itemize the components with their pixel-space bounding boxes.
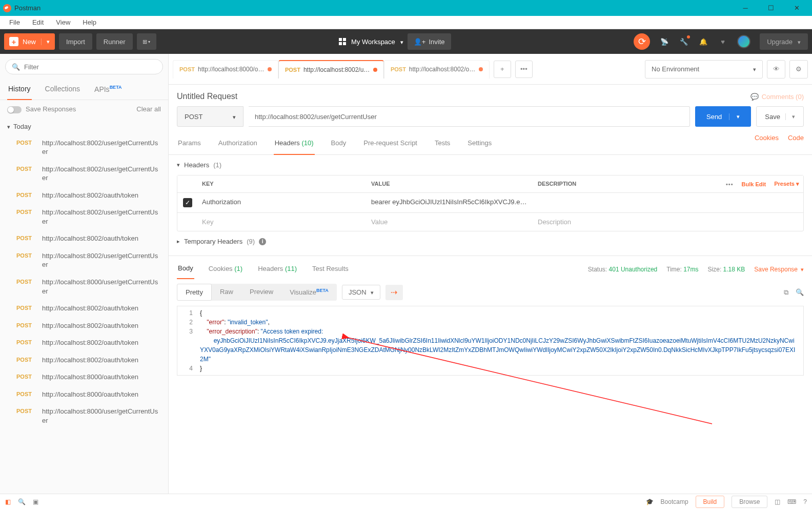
history-item[interactable]: POSThttp://localhost:8000/oauth/token — [0, 368, 168, 386]
environment-selector[interactable]: No Environment — [645, 60, 763, 79]
runner-button[interactable]: Runner — [96, 33, 133, 50]
more-icon[interactable]: ••• — [726, 181, 734, 187]
upgrade-button[interactable]: Upgrade — [760, 33, 808, 50]
invite-button[interactable]: 👤+ Invite — [408, 33, 451, 50]
history-item[interactable]: POSThttp://localhost:8002/oauth/token — [0, 300, 168, 317]
view-raw[interactable]: Raw — [212, 284, 241, 301]
history-group[interactable]: Today — [0, 119, 168, 134]
code-link[interactable]: Code — [788, 134, 804, 154]
request-tab[interactable]: POSThttp://localhost:8002/us... — [278, 60, 384, 79]
capture-icon[interactable]: 📡 — [659, 36, 669, 47]
menu-edit[interactable]: Edit — [27, 16, 49, 28]
filter-input-wrapper[interactable]: 🔍 — [5, 59, 163, 74]
menu-view[interactable]: View — [51, 16, 75, 28]
new-window-button[interactable]: ⊞▾ — [137, 33, 156, 50]
menu-help[interactable]: Help — [77, 16, 102, 28]
subtab-authorization[interactable]: Authorization — [217, 134, 258, 154]
bootcamp-label[interactable]: Bootcamp — [661, 498, 688, 505]
toggle-icon[interactable] — [7, 106, 22, 113]
history-item[interactable]: POSThttp://localhost:8002/oauth/token — [0, 230, 168, 247]
subtab-body[interactable]: Body — [330, 134, 348, 154]
save-button[interactable]: Save — [756, 106, 804, 127]
info-icon[interactable]: i — [259, 238, 266, 245]
sync-icon[interactable]: ⟳ — [634, 33, 650, 50]
format-selector[interactable]: JSON — [342, 285, 380, 300]
resp-tab-tests[interactable]: Test Results — [311, 261, 350, 279]
bootcamp-icon[interactable]: 🎓 — [646, 498, 654, 505]
history-item[interactable]: POSThttp://localhost:8002/user/getCurren… — [0, 134, 168, 161]
method-selector[interactable]: POST — [177, 106, 243, 127]
subtab-params[interactable]: Params — [177, 134, 202, 154]
history-item[interactable]: POSThttp://localhost:8002/user/getCurren… — [0, 247, 168, 273]
send-dropdown-icon[interactable] — [729, 113, 740, 120]
headers-section-toggle[interactable]: Headers (1) — [177, 155, 804, 175]
bulk-edit-link[interactable]: Bulk Edit — [742, 181, 766, 187]
clear-all-link[interactable]: Clear all — [136, 105, 161, 113]
subtab-prerequest[interactable]: Pre-request Script — [362, 134, 418, 154]
cookies-link[interactable]: Cookies — [755, 134, 779, 154]
history-item[interactable]: POSThttp://localhost:8002/oauth/token — [0, 317, 168, 335]
history-item[interactable]: POSThttp://localhost:8002/user/getCurren… — [0, 161, 168, 187]
header-row-empty[interactable]: Key Value Description — [177, 213, 803, 231]
history-item[interactable]: POSThttp://localhost:8000/oauth/token — [0, 386, 168, 403]
keyboard-icon[interactable]: ⌨ — [787, 498, 796, 505]
tab-options-button[interactable]: ••• — [515, 61, 533, 78]
sidebar-toggle-icon[interactable]: ◧ — [5, 498, 11, 505]
temp-headers-toggle[interactable]: Temporary Headers (9) i — [177, 231, 804, 251]
tab-apis[interactable]: APIsBETA — [93, 80, 123, 100]
history-item[interactable]: POSThttp://localhost:8000/user/getCurren… — [0, 273, 168, 300]
subtab-tests[interactable]: Tests — [434, 134, 451, 154]
history-item[interactable]: POSThttp://localhost:8002/user/getCurren… — [0, 204, 168, 230]
resp-tab-cookies[interactable]: Cookies (1) — [208, 261, 243, 279]
new-tab-button[interactable]: + — [494, 61, 511, 78]
close-button[interactable]: ✕ — [793, 4, 801, 12]
header-row[interactable]: ✓ Authorization bearer eyJhbGciOiJIUzI1N… — [177, 193, 803, 213]
environment-quicklook-button[interactable]: 👁 — [767, 60, 785, 79]
help-icon[interactable]: ? — [803, 498, 807, 505]
view-visualize[interactable]: VisualizeBETA — [281, 284, 337, 301]
history-item[interactable]: POSThttp://localhost:8002/oauth/token — [0, 334, 168, 351]
maximize-button[interactable]: ☐ — [767, 4, 775, 12]
avatar[interactable] — [737, 35, 750, 48]
tab-history[interactable]: History — [7, 80, 32, 100]
build-button[interactable]: Build — [696, 496, 725, 508]
response-body[interactable]: 1{ 2 "error": "invalid_token", 3 "error_… — [177, 306, 804, 376]
filter-input[interactable] — [24, 63, 156, 71]
settings-button[interactable]: ⚙ — [789, 60, 808, 79]
tab-collections[interactable]: Collections — [44, 80, 81, 100]
view-pretty[interactable]: Pretty — [177, 284, 212, 301]
request-tab[interactable]: POSThttp://localhost:8000/oa... — [173, 60, 278, 79]
minimize-button[interactable]: ─ — [741, 4, 749, 12]
history-item[interactable]: POSThttp://localhost:8002/oauth/token — [0, 351, 168, 369]
copy-icon[interactable]: ⧉ — [784, 288, 788, 297]
menu-file[interactable]: File — [4, 16, 25, 28]
checkbox-checked-icon[interactable]: ✓ — [183, 198, 192, 207]
workspace-selector[interactable]: My Workspace — [339, 38, 403, 46]
bell-icon[interactable]: 🔔 — [698, 36, 708, 47]
wrap-lines-button[interactable]: ⇢ — [385, 285, 403, 300]
heart-icon[interactable]: ♥ — [718, 36, 728, 47]
url-input[interactable]: http://localhost:8002/user/getCurrentUse… — [249, 106, 690, 127]
header-key[interactable]: Authorization — [198, 193, 367, 212]
browse-button[interactable]: Browse — [732, 496, 767, 508]
resp-tab-headers[interactable]: Headers (11) — [257, 261, 298, 279]
comments-button[interactable]: 💬 Comments (0) — [750, 93, 804, 101]
history-item[interactable]: POSThttp://localhost:8000/user/getCurren… — [0, 403, 168, 429]
new-button[interactable]: + New — [4, 33, 55, 50]
header-value[interactable]: bearer eyJhbGciOiJIUzI1NiIsInR5cCI6IkpXV… — [367, 193, 534, 212]
import-button[interactable]: Import — [59, 33, 92, 50]
two-pane-icon[interactable]: ◫ — [775, 498, 780, 505]
new-dropdown-icon[interactable] — [41, 38, 50, 45]
request-tab[interactable]: POSThttp://localhost:8002/oa... — [384, 60, 490, 79]
subtab-settings[interactable]: Settings — [466, 134, 493, 154]
presets-link[interactable]: Presets — [774, 181, 799, 187]
view-preview[interactable]: Preview — [241, 284, 281, 301]
console-icon[interactable]: ▣ — [33, 498, 38, 505]
history-item[interactable]: POSThttp://localhost:8002/oauth/token — [0, 187, 168, 204]
save-response-button[interactable]: Save Response — [754, 266, 804, 273]
search-response-icon[interactable]: 🔍 — [796, 288, 804, 297]
find-icon[interactable]: 🔍 — [18, 498, 26, 505]
save-dropdown-icon[interactable] — [785, 113, 795, 120]
wrench-icon[interactable]: 🔧 — [679, 36, 689, 47]
resp-tab-body[interactable]: Body — [177, 260, 194, 279]
